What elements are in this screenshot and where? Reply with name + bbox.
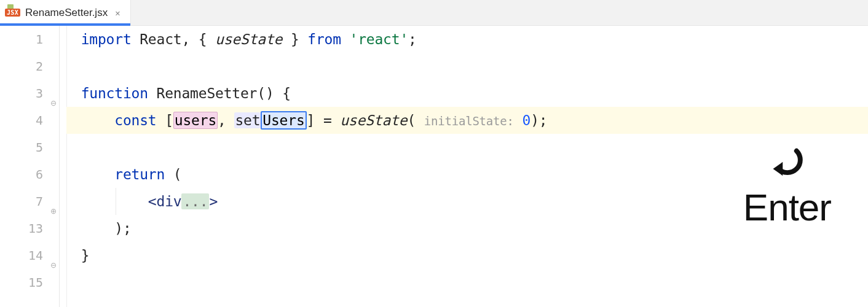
enter-key-overlay: Enter	[743, 141, 831, 229]
jsx-file-icon: JSX	[5, 9, 20, 17]
line-number: 4	[0, 107, 59, 134]
gutter: 1 2 3 ⊖ 4 5 6 7 ⊕ 13 14 ⊖ 15	[0, 26, 59, 307]
rename-source-highlight: users	[173, 112, 218, 129]
tab-rename-setter[interactable]: JSX RenameSetter.jsx ✕	[0, 0, 131, 25]
code-line-active[interactable]: const [users, setUsers] = useState( init…	[66, 107, 868, 134]
tab-title: RenameSetter.jsx	[25, 7, 108, 19]
line-number: 7 ⊕	[0, 188, 59, 215]
line-number: 15	[0, 269, 59, 296]
code-line[interactable]: }	[66, 242, 868, 269]
line-number: 5	[0, 134, 59, 161]
rename-target-highlight[interactable]: Users	[261, 111, 306, 130]
code-line[interactable]: import React, { useState } from 'react';	[66, 26, 868, 53]
fold-marker-icon[interactable]: ⊖	[49, 90, 57, 97]
fold-marker-icon[interactable]: ⊖	[49, 252, 57, 259]
tab-bar: JSX RenameSetter.jsx ✕	[0, 0, 868, 26]
parameter-hint: initialState:	[424, 114, 514, 128]
code-line[interactable]	[66, 269, 868, 296]
line-number: 1	[0, 26, 59, 53]
close-icon[interactable]: ✕	[112, 8, 122, 18]
folded-code-icon[interactable]: ...	[181, 193, 209, 209]
line-number: 6	[0, 161, 59, 188]
line-number: 2	[0, 53, 59, 80]
code-line[interactable]: function RenameSetter() {	[66, 80, 868, 107]
line-number: 14 ⊖	[0, 242, 59, 269]
editor[interactable]: 1 2 3 ⊖ 4 5 6 7 ⊕ 13 14 ⊖ 15 import Reac…	[0, 26, 868, 307]
code-line[interactable]	[66, 53, 868, 80]
line-number: 13	[0, 215, 59, 242]
line-number: 3 ⊖	[0, 80, 59, 107]
fold-expand-icon[interactable]: ⊕	[49, 198, 57, 205]
enter-key-label: Enter	[743, 185, 831, 229]
enter-key-icon	[765, 141, 809, 185]
